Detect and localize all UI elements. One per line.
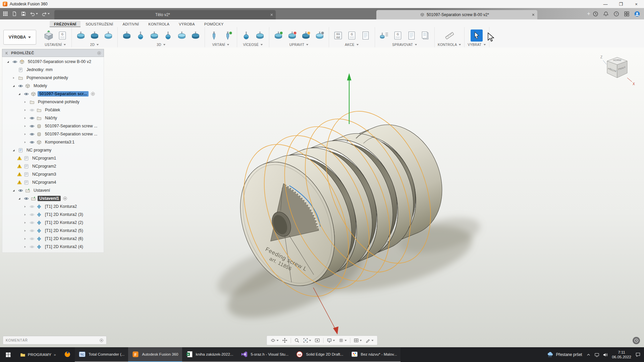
ribbon-group-label[interactable]: SPRAVOVAT [392,43,417,47]
tool-ball-button[interactable] [162,29,174,42]
tool-sheets-button[interactable] [419,29,431,42]
visibility-toggle-icon[interactable] [29,132,35,137]
document-tab[interactable]: Tělo v2*× [54,10,276,19]
expander-icon[interactable] [22,100,28,104]
ribbon-group-label[interactable]: VYBRAT [468,43,486,47]
ribbon-group-label[interactable]: KONTROLA [438,43,461,47]
redo-icon[interactable] [42,11,50,16]
taskbar-app-total-commander[interactable]: TCTotal Commander (... [75,347,128,362]
tray-chevron-up-icon[interactable] [586,352,591,357]
extensions-icon[interactable] [624,11,630,17]
expander-icon[interactable] [22,229,28,233]
visibility-toggle-icon[interactable] [18,83,23,88]
taskbar-clock[interactable]: 7:11 06.05.2022 [612,350,631,360]
tree-item[interactable]: 501097-Separation screw B-00 v2 [2,58,104,66]
visibility-toggle-icon[interactable] [29,140,35,145]
visibility-toggle-icon[interactable] [29,228,35,233]
close-button[interactable]: × [629,0,644,8]
job-status-icon[interactable] [593,11,598,17]
tree-item[interactable]: [T1] 2D Kontura2 (3) [2,210,104,219]
expander-icon[interactable] [5,60,11,64]
taskbar-toolbar-programy[interactable]: PROGRAMY » [16,347,60,362]
tree-item[interactable]: Pojmenované pohledy [2,74,104,82]
expander-icon[interactable] [22,116,28,120]
close-tab-icon[interactable]: × [270,12,273,17]
visibility-toggle-icon[interactable] [29,244,35,249]
visibility-toggle-icon[interactable] [29,204,35,209]
tree-item[interactable]: Náčrty [2,114,104,122]
visibility-toggle-icon[interactable] [23,92,29,97]
taskbar-app-fusion-360[interactable]: FAutodesk Fusion 360 [128,347,182,362]
tray-network-icon[interactable] [594,352,599,357]
tool-ball-button[interactable] [135,29,147,42]
tool-edit1-button[interactable] [272,29,284,42]
tool-disc-b-button[interactable] [190,29,202,42]
maximize-button[interactable]: ❐ [613,0,629,8]
expander-icon[interactable] [22,124,28,128]
tree-item[interactable]: [T1] 2D Kontura2 (4) [2,243,104,251]
job-status-icon[interactable] [633,337,640,344]
tool-disc-b-button[interactable] [121,29,133,42]
tree-item[interactable]: NCprogram1 [2,154,104,162]
taskbar-app-firefox[interactable] [60,347,75,362]
tool-toolbox-button[interactable] [378,29,390,42]
tool-disc-flat-button[interactable] [102,29,114,42]
expander-icon[interactable] [11,76,16,80]
ribbon-group-label[interactable]: 2D [90,43,99,47]
collapse-panel-icon[interactable] [5,51,9,55]
visibility-toggle-icon[interactable] [18,188,23,193]
tool-sheet-button[interactable] [360,29,372,42]
expander-icon[interactable] [16,196,22,201]
tree-item[interactable]: [T1] 2D Kontura2 (2) [2,219,104,227]
taskbar-app-visual-studio[interactable]: 5-sraz.h - Visual Stu... [237,347,292,362]
tool-disc-a-button[interactable] [148,29,160,42]
tree-item[interactable]: Komponenta3:1 [2,138,104,146]
avatar-icon[interactable] [634,11,640,17]
tool-ball-button[interactable] [240,29,252,42]
ribbon-tab-ADITIVNÍ[interactable]: ADITIVNÍ [118,21,143,27]
minimize-button[interactable]: — [598,0,613,8]
save-icon[interactable] [21,11,26,16]
notifications-icon[interactable] [603,11,609,17]
expander-icon[interactable] [22,237,28,241]
ribbon-tab-POMŮCKY[interactable]: POMŮCKY [200,21,228,27]
ribbon-group-label[interactable]: VÍCEOSÉ [243,43,263,47]
tool-edit3-button[interactable] [300,29,312,42]
ribbon-group-label[interactable]: USTAVENÍ [45,43,66,47]
tool-sheet-button[interactable] [406,29,418,42]
weather-widget[interactable]: Přestane pršet [547,351,582,358]
ribbon-tab-SOUSTRUŽENÍ[interactable]: SOUSTRUŽENÍ [81,21,117,27]
tool-setup-button[interactable] [43,29,55,42]
tool-measure-button[interactable] [443,29,455,42]
tree-item[interactable]: Ustavení1 [2,194,104,202]
taskbar-app-solid-edge[interactable]: SESolid Edge 2D Draft... [292,347,347,362]
activate-radio-icon[interactable] [62,196,68,201]
nav-viewports-button[interactable] [353,337,363,344]
visibility-toggle-icon[interactable] [29,124,35,129]
expander-icon[interactable] [16,92,22,96]
app-grid-icon[interactable] [3,11,8,16]
nav-display-settings-button[interactable] [326,337,336,344]
ribbon-tab-FRÉZOVÁNÍ[interactable]: FRÉZOVÁNÍ [50,21,80,27]
nav-pan-button[interactable] [281,337,289,344]
tree-item[interactable]: NCprogram3 [2,170,104,178]
expander-icon[interactable] [22,132,28,136]
tool-gdoc-button[interactable]: G [346,29,358,42]
visibility-toggle-icon[interactable] [29,220,35,225]
ribbon-group-label[interactable]: VRTÁNÍ [212,43,229,47]
start-button[interactable] [0,347,16,362]
visibility-toggle-icon[interactable] [29,236,35,241]
action-center-icon[interactable] [635,352,641,357]
tree-item[interactable]: [T1] 2D Kontura2 (5) [2,227,104,235]
nav-markup-button[interactable] [364,337,375,344]
tool-disc-b-button[interactable] [89,29,101,42]
tree-item[interactable]: Počátek [2,106,104,114]
help-icon[interactable]: ? [613,11,619,17]
tool-disc-flat-button[interactable] [176,29,188,42]
nav-fit-button[interactable] [302,337,313,344]
file-menu-icon[interactable] [12,11,17,16]
tree-item[interactable]: [T1] 2D Kontura2 [2,202,104,210]
tree-item[interactable]: Modely [2,82,104,90]
tool-gdoc-button[interactable]: G [392,29,404,42]
nav-zoom-button[interactable] [293,337,301,344]
